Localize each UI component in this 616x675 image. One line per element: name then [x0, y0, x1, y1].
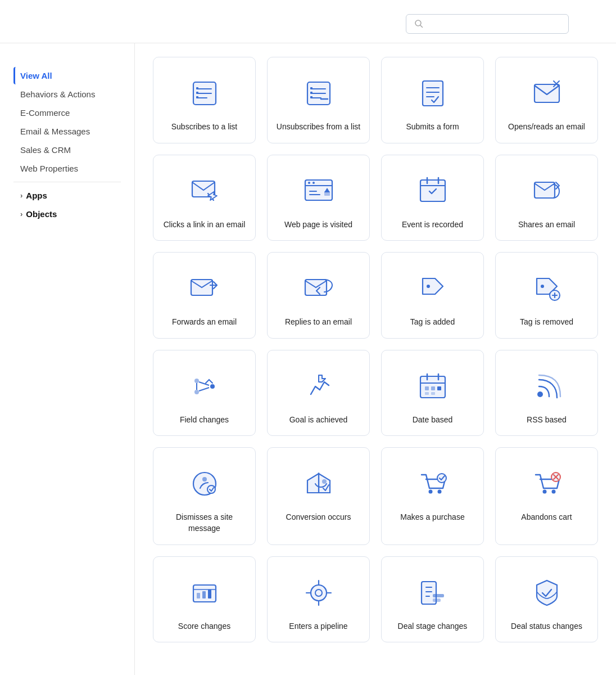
trigger-label: RSS based: [527, 415, 567, 426]
sidebar-item-email-messages[interactable]: Email & Messages: [13, 123, 121, 140]
sidebar-item-view-all[interactable]: View All: [13, 67, 121, 84]
trigger-card-rss-based[interactable]: RSS based: [495, 350, 598, 436]
trigger-card-replies-email[interactable]: Replies to an email: [267, 252, 370, 339]
trigger-card-conversion-occurs[interactable]: Conversion occurs: [267, 447, 370, 544]
click-link-icon: [184, 171, 225, 212]
deal-status-icon: [527, 573, 567, 613]
svg-rect-76: [208, 590, 211, 598]
sidebar-item-objects[interactable]: ›Objects: [13, 205, 121, 223]
trigger-label: Tag is removed: [520, 317, 573, 328]
search-icon: [414, 19, 423, 28]
svg-rect-14: [310, 92, 312, 94]
trigger-card-dismisses-site-message[interactable]: Dismisses a site message: [153, 447, 256, 544]
body: View AllBehaviors & ActionsE-CommerceEma…: [0, 43, 616, 675]
sidebar-item-label: Sales & CRM: [20, 145, 71, 155]
chevron-right-icon: ›: [20, 191, 22, 200]
modal: View AllBehaviors & ActionsE-CommerceEma…: [0, 0, 616, 675]
score-icon: [184, 573, 225, 613]
trigger-card-score-changes[interactable]: Score changes: [153, 556, 256, 643]
svg-rect-15: [310, 96, 312, 98]
svg-point-67: [542, 490, 546, 494]
svg-point-27: [308, 182, 310, 184]
svg-rect-8: [196, 96, 198, 98]
reply-email-icon: [298, 268, 339, 309]
sidebar-item-web-properties[interactable]: Web Properties: [13, 160, 121, 177]
trigger-label: Subscribes to a list: [171, 122, 238, 133]
svg-rect-55: [431, 386, 435, 390]
svg-rect-54: [425, 386, 429, 390]
trigger-card-goal-achieved[interactable]: Goal is achieved: [267, 350, 370, 436]
trigger-card-deal-stage-changes[interactable]: Deal stage changes: [381, 556, 484, 643]
trigger-card-date-based[interactable]: Date based: [381, 350, 484, 436]
svg-point-64: [428, 490, 432, 494]
trigger-label: Dismisses a site message: [160, 512, 248, 534]
svg-rect-75: [202, 591, 206, 598]
svg-point-62: [207, 485, 215, 493]
trigger-card-forwards-email[interactable]: Forwards an email: [153, 252, 256, 339]
svg-rect-57: [425, 392, 429, 395]
search-input[interactable]: [428, 19, 560, 29]
trigger-card-enters-pipeline[interactable]: Enters a pipeline: [267, 556, 370, 643]
svg-rect-31: [324, 191, 330, 196]
trigger-card-web-page-visited[interactable]: Web page is visited: [267, 155, 370, 241]
svg-point-63: [322, 479, 327, 484]
trigger-label: Unsubscribes from a list: [277, 122, 360, 133]
trigger-label: Conversion occurs: [286, 512, 351, 523]
svg-rect-6: [196, 87, 198, 89]
header: [0, 0, 616, 43]
svg-rect-88: [433, 598, 441, 602]
trigger-card-opens-reads-email[interactable]: Opens/reads an email: [495, 57, 598, 143]
trigger-card-shares-email[interactable]: Shares an email: [495, 155, 598, 241]
trigger-card-clicks-link-email[interactable]: Clicks a link in an email: [153, 155, 256, 241]
trigger-card-makes-purchase[interactable]: Makes a purchase: [381, 447, 484, 544]
trigger-label: Opens/reads an email: [508, 122, 585, 133]
field-icon: [184, 366, 225, 407]
trigger-card-tag-added[interactable]: Tag is added: [381, 252, 484, 339]
chevron-right-icon: ›: [20, 210, 22, 218]
webpage-icon: [298, 171, 339, 212]
svg-rect-87: [433, 594, 444, 597]
trigger-card-tag-removed[interactable]: Tag is removed: [495, 252, 598, 339]
trigger-label: Deal stage changes: [398, 621, 468, 632]
share-email-icon: [527, 171, 567, 212]
tag-add-icon: [413, 268, 453, 309]
svg-point-65: [437, 490, 441, 494]
trigger-card-event-recorded[interactable]: Event is recorded: [381, 155, 484, 241]
trigger-card-field-changes[interactable]: Field changes: [153, 350, 256, 436]
trigger-card-unsubscribes-from-list[interactable]: Unsubscribes from a list: [267, 57, 370, 143]
svg-rect-21: [535, 84, 559, 102]
deal-stage-icon: [413, 573, 453, 613]
trigger-label: Web page is visited: [284, 219, 352, 231]
sidebar-divider: [13, 182, 121, 182]
sidebar-item-label: Behaviors & Actions: [20, 89, 95, 99]
sidebar-items-list: View AllBehaviors & ActionsE-CommerceEma…: [13, 67, 121, 223]
sidebar-item-label: Email & Messages: [20, 127, 90, 136]
trigger-label: Field changes: [180, 415, 229, 426]
open-email-icon: [527, 73, 567, 114]
date-icon: [413, 366, 453, 407]
trigger-label: Date based: [413, 415, 453, 426]
trigger-grid: Subscribes to a list Unsubscribes from a…: [153, 57, 598, 642]
trigger-label: Score changes: [178, 621, 230, 632]
svg-point-77: [311, 585, 327, 601]
conversion-icon: [298, 464, 339, 504]
trigger-card-subscribes-to-list[interactable]: Subscribes to a list: [153, 57, 256, 143]
trigger-label: Replies to an email: [285, 317, 352, 328]
trigger-card-deal-status-changes[interactable]: Deal status changes: [495, 556, 598, 643]
trigger-card-abandons-cart[interactable]: Abandons cart: [495, 447, 598, 544]
sidebar-item-e-commerce[interactable]: E-Commerce: [13, 104, 121, 122]
svg-rect-7: [196, 92, 198, 94]
sidebar-item-sales-crm[interactable]: Sales & CRM: [13, 141, 121, 159]
sidebar-item-label: View All: [20, 71, 52, 80]
svg-point-39: [427, 285, 430, 288]
trigger-label: Makes a purchase: [400, 512, 464, 523]
sidebar-item-label: Objects: [26, 209, 57, 219]
sidebar-item-behaviors-actions[interactable]: Behaviors & Actions: [13, 86, 121, 103]
header-right: [406, 14, 598, 34]
close-button[interactable]: [578, 14, 598, 34]
sidebar-item-apps[interactable]: ›Apps: [13, 187, 121, 204]
svg-point-66: [437, 474, 446, 483]
trigger-card-submits-form[interactable]: Submits a form: [381, 57, 484, 143]
sidebar-item-label: E-Commerce: [20, 108, 70, 118]
rss-icon: [527, 366, 567, 407]
